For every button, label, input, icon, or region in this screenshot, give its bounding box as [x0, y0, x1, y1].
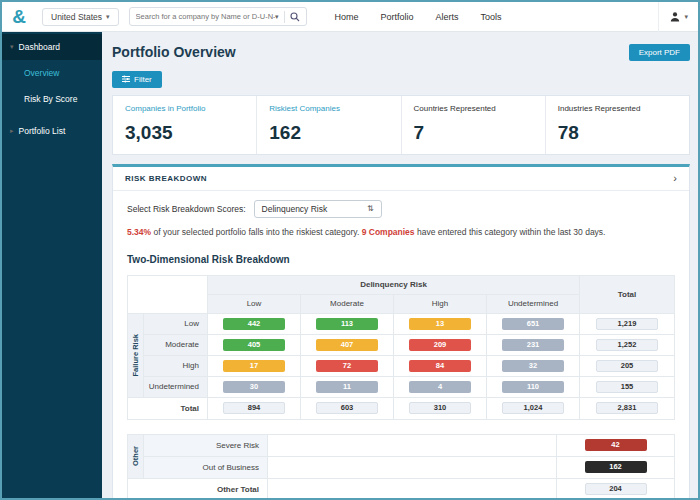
out-of-business-pill[interactable]: 162	[585, 461, 647, 473]
sidebar-item-overview[interactable]: Overview	[2, 60, 102, 86]
row-label: Undetermined	[144, 376, 208, 397]
matrix-cell-pill[interactable]: 651	[502, 318, 564, 330]
row-total: 205	[596, 360, 658, 372]
matrix-totals-row: Total 894 603 310 1,024 2,831	[128, 397, 675, 419]
riskiest-percentage: 5.34%	[127, 227, 151, 237]
matrix-cell-pill[interactable]: 4	[409, 381, 471, 393]
stat-label-link[interactable]: Riskiest Companies	[269, 104, 388, 113]
row-total: 155	[596, 381, 658, 393]
empty-cell	[268, 478, 557, 498]
export-pdf-button[interactable]: Export PDF	[629, 44, 690, 61]
row-total: 1,252	[596, 339, 658, 351]
row-group-label: Failure Risk	[128, 313, 144, 397]
other-total-row: Other Total 204	[128, 478, 675, 498]
user-menu[interactable]: ▾	[658, 2, 698, 32]
matrix-title: Two-Dimensional Risk Breakdown	[127, 254, 675, 265]
matrix-cell-pill[interactable]: 231	[502, 339, 564, 351]
matrix-row-moderate: Moderate 405 407 209 231 1,252	[128, 334, 675, 355]
stat-companies-in-portfolio: Companies in Portfolio 3,035	[113, 96, 257, 154]
row-label: High	[144, 355, 208, 376]
up-down-stepper-icon: ⇅	[367, 204, 374, 213]
chevron-right-icon[interactable]: ›	[673, 173, 677, 184]
top-navbar: & United States ▾ ▾ Home Portfolio Alert…	[2, 2, 698, 32]
stat-riskiest-companies: Riskiest Companies 162	[257, 96, 401, 154]
primary-nav: Home Portfolio Alerts Tools	[335, 12, 502, 22]
chevron-down-icon: ▾	[106, 13, 110, 21]
matrix-cell-pill[interactable]: 32	[502, 360, 564, 372]
column-total: 310	[409, 402, 471, 414]
matrix-cell-pill[interactable]: 30	[223, 381, 285, 393]
risk-matrix-table: Delinquency Risk Total Low Moderate High…	[127, 275, 675, 420]
matrix-cell-pill[interactable]: 209	[409, 339, 471, 351]
chevron-down-icon: ▾	[684, 13, 688, 21]
column-total: 603	[316, 402, 378, 414]
stat-countries-represented: Countries Represented 7	[402, 96, 546, 154]
column-total: 1,024	[502, 402, 564, 414]
nav-portfolio[interactable]: Portfolio	[381, 12, 414, 22]
row-label: Low	[144, 313, 208, 334]
chevron-right-icon: ▸	[10, 127, 14, 135]
sidebar-item-dashboard[interactable]: ▾ Dashboard	[2, 34, 102, 60]
col-header-high: High	[394, 294, 487, 313]
severe-risk-pill[interactable]: 42	[585, 439, 647, 451]
select-label: Select Risk Breakdown Scores:	[127, 204, 246, 214]
filter-sliders-icon	[122, 75, 130, 83]
total-column-header: Total	[580, 275, 675, 313]
company-search: ▾	[129, 7, 307, 26]
matrix-cell-pill[interactable]: 84	[409, 360, 471, 372]
main-content: Portfolio Overview Export PDF Filter Com…	[102, 32, 698, 498]
chevron-down-icon: ▾	[10, 43, 14, 51]
dnb-ampersand-logo[interactable]: &	[2, 2, 36, 32]
other-row-severe-risk: Other Severe Risk 42	[128, 434, 675, 456]
risk-breakdown-card: RISK BREAKDOWN › Select Risk Breakdown S…	[112, 164, 690, 499]
filter-button-label: Filter	[134, 75, 152, 84]
column-total: 894	[223, 402, 285, 414]
other-risk-table: Other Severe Risk 42 Out of Business 162…	[127, 434, 675, 499]
col-header-undetermined: Undetermined	[487, 294, 580, 313]
matrix-cell-pill[interactable]: 13	[409, 318, 471, 330]
search-input[interactable]	[136, 12, 275, 21]
divider	[284, 11, 285, 23]
matrix-cell-pill[interactable]: 113	[316, 318, 378, 330]
new-companies-count: 9 Companies	[362, 227, 415, 237]
country-selector-label: United States	[51, 12, 102, 22]
matrix-cell-pill[interactable]: 442	[223, 318, 285, 330]
risk-breakdown-header[interactable]: RISK BREAKDOWN ›	[113, 167, 689, 191]
matrix-corner-cell	[128, 275, 208, 313]
stat-value: 78	[558, 122, 677, 144]
matrix-cell-pill[interactable]: 110	[502, 381, 564, 393]
risk-score-select-value: Delinquency Risk	[262, 204, 328, 214]
risk-score-select[interactable]: Delinquency Risk ⇅	[254, 200, 382, 218]
chevron-down-icon[interactable]: ▾	[275, 13, 279, 21]
col-header-moderate: Moderate	[301, 294, 394, 313]
sidebar-item-portfolio-list[interactable]: ▸ Portfolio List	[2, 118, 102, 144]
sidebar-item-label: Portfolio List	[19, 126, 66, 136]
other-total-value: 204	[585, 483, 647, 495]
section-title: RISK BREAKDOWN	[125, 174, 207, 183]
sidebar-item-risk-by-score[interactable]: Risk By Score	[2, 86, 102, 112]
search-icon[interactable]	[290, 12, 300, 22]
stat-cards-row: Companies in Portfolio 3,035 Riskiest Co…	[112, 95, 690, 155]
stat-label: Countries Represented	[414, 104, 533, 113]
other-row-out-of-business: Out of Business 162	[128, 456, 675, 478]
nav-home[interactable]: Home	[335, 12, 359, 22]
column-group-header: Delinquency Risk	[208, 275, 580, 294]
country-selector[interactable]: United States ▾	[42, 8, 119, 26]
matrix-cell-pill[interactable]: 407	[316, 339, 378, 351]
other-total-label: Other Total	[128, 478, 268, 498]
empty-cell	[268, 434, 557, 456]
matrix-cell-pill[interactable]: 17	[223, 360, 285, 372]
col-header-low: Low	[208, 294, 301, 313]
row-group-label: Other	[128, 434, 144, 478]
matrix-row-undetermined: Undetermined 30 11 4 110 155	[128, 376, 675, 397]
stat-label-link[interactable]: Companies in Portfolio	[125, 104, 244, 113]
nav-alerts[interactable]: Alerts	[436, 12, 459, 22]
stat-value: 162	[269, 122, 388, 144]
matrix-cell-pill[interactable]: 72	[316, 360, 378, 372]
page-title: Portfolio Overview	[112, 44, 236, 60]
nav-tools[interactable]: Tools	[481, 12, 502, 22]
filter-button[interactable]: Filter	[112, 71, 162, 88]
matrix-cell-pill[interactable]: 11	[316, 381, 378, 393]
matrix-cell-pill[interactable]: 405	[223, 339, 285, 351]
matrix-row-low: Failure Risk Low 442 113 13 651 1,219	[128, 313, 675, 334]
